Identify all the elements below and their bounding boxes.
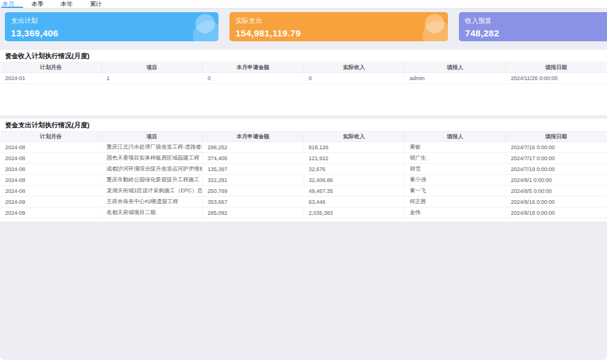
table-cell: 285,092 xyxy=(203,207,304,218)
table-cell: 2024/8/18 0:00:00 xyxy=(506,207,607,218)
table-row[interactable]: 2024-08龙湖天街城1区设计采购施工（EPC）总承包250,78949,46… xyxy=(1,186,607,197)
table-cell: 胡广生 xyxy=(405,153,506,164)
table-row[interactable]: 2024-01100admin2024/11/26 0:00:00 xyxy=(1,73,607,84)
table-cell: 135,397 xyxy=(203,164,304,175)
column-header: 填报人 xyxy=(405,132,506,142)
table-cell: 2024-08 xyxy=(1,153,102,164)
table-cell: 32,676 xyxy=(304,164,405,175)
table-cell: 2024-08 xyxy=(1,142,102,153)
income-section-title: 资金收入计划执行情况(月度) xyxy=(0,50,607,62)
kpi-card-income-budget: 收入预算 748,282 xyxy=(459,12,607,41)
expense-table-body: 2024-08重庆江北污水处理厂级改造工程-道路修复工程298,252818,1… xyxy=(1,142,607,218)
column-header: 实际收入 xyxy=(304,132,405,142)
kpi-card-value: 154,981,119.79 xyxy=(236,28,442,38)
table-cell: 2024-08 xyxy=(1,175,102,186)
table-cell: 353,667 xyxy=(203,197,304,207)
kpi-card-title: 收入预算 xyxy=(465,16,607,25)
table-cell: 国色天香项目实体样板房区域园建工程 xyxy=(101,153,203,164)
table-cell: 298,252 xyxy=(203,142,304,153)
table-cell: 王府井商务中心#2楼遗留工程 xyxy=(101,197,203,207)
table-cell: 2024/7/19 0:00:00 xyxy=(506,164,607,175)
income-plan-table: 计划月份项目本月申请金额实际收入填报人填报日期 2024-01100admin2… xyxy=(0,62,607,84)
table-cell: 2024/11/26 0:00:00 xyxy=(506,73,607,84)
table-cell: 2024-09 xyxy=(1,207,102,218)
table-cell: 63,446 xyxy=(304,197,405,207)
table-cell: 0 xyxy=(304,73,405,84)
table-cell: 重庆江北污水处理厂级改造工程-道路修复工程 xyxy=(101,142,203,153)
table-cell: 2024/7/17 0:00:00 xyxy=(506,153,607,164)
table-row[interactable]: 2024-09王府井商务中心#2楼遗留工程353,66763,446何正茜202… xyxy=(1,197,607,207)
period-tab-bar: 本月 本季 本年 累计 xyxy=(0,0,607,8)
kpi-card-title: 支出计划 xyxy=(11,16,212,25)
table-row[interactable]: 2024-09名都天府城项目二期285,0922,035,383金伟2024/8… xyxy=(1,207,607,218)
table-cell: 2024/8/16 0:00:00 xyxy=(506,197,607,207)
table-cell: 胡雪 xyxy=(405,164,506,175)
table-cell: 1 xyxy=(101,73,203,84)
table-cell: 2024/8/1 0:00:00 xyxy=(506,175,607,186)
table-cell: 322,281 xyxy=(203,175,304,186)
kpi-card-title: 实际支出 xyxy=(236,16,442,25)
tab-current-year[interactable]: 本年 xyxy=(52,0,81,8)
column-header: 项目 xyxy=(101,62,203,73)
table-cell: 49,467.35 xyxy=(304,186,405,197)
column-header: 本月申请金额 xyxy=(203,62,304,73)
kpi-card-actual-expense: 实际支出 154,981,119.79 xyxy=(229,12,448,41)
table-cell: 2024-08 xyxy=(1,164,102,175)
income-table-body: 2024-01100admin2024/11/26 0:00:00 xyxy=(1,73,607,84)
column-header: 填报日期 xyxy=(506,62,607,73)
kpi-cards-row: 支出计划 13,369,406 实际支出 154,981,119.79 收入预算… xyxy=(0,8,607,41)
table-cell: 重庆市鹅岭公园绿化景观提升工程施工 xyxy=(101,175,203,186)
expense-table-head: 计划月份项目本月申请金额实际收入填报人填报日期 xyxy=(1,132,607,142)
column-header: 实际收入 xyxy=(304,62,405,73)
table-cell: 何正茜 xyxy=(405,197,506,207)
tab-cumulative[interactable]: 累计 xyxy=(81,0,110,8)
column-header: 计划月份 xyxy=(1,62,102,73)
income-table-head: 计划月份项目本月申请金额实际收入填报人填报日期 xyxy=(1,62,607,73)
income-plan-section: 资金收入计划执行情况(月度) 计划月份项目本月申请金额实际收入填报人填报日期 2… xyxy=(0,50,607,115)
table-row[interactable]: 2024-08重庆江北污水处理厂级改造工程-道路修复工程298,252818,1… xyxy=(1,142,607,153)
main-panel: 支出计划 13,369,406 实际支出 154,981,119.79 收入预算… xyxy=(0,8,607,360)
kpi-card-value: 748,282 xyxy=(465,28,607,38)
table-cell: 黄敏 xyxy=(405,142,506,153)
table-cell: 金伟 xyxy=(405,207,506,218)
tab-current-quarter[interactable]: 本季 xyxy=(23,0,52,8)
expense-plan-section: 资金支出计划执行情况(月度) 计划月份项目本月申请金额实际收入填报人填报日期 2… xyxy=(0,119,607,221)
kpi-card-expense-plan: 支出计划 13,369,406 xyxy=(5,12,219,41)
table-cell: 32,406.86 xyxy=(304,175,405,186)
table-cell: 374,405 xyxy=(203,153,304,164)
table-cell: 2024/7/16 0:00:00 xyxy=(506,142,607,153)
table-cell: 0 xyxy=(203,73,304,84)
column-header: 填报人 xyxy=(405,62,506,73)
table-row[interactable]: 2024-08国色天香项目实体样板房区域园建工程374,405121,922胡广… xyxy=(1,153,607,164)
column-header: 项目 xyxy=(101,132,203,142)
column-header: 填报日期 xyxy=(506,132,607,142)
expense-section-title: 资金支出计划执行情况(月度) xyxy=(0,119,607,131)
table-cell: 龙湖天街城1区设计采购施工（EPC）总承包 xyxy=(101,186,203,197)
expense-plan-table: 计划月份项目本月申请金额实际收入填报人填报日期 2024-08重庆江北污水处理厂… xyxy=(0,131,607,218)
table-cell: 名都天府城项目二期 xyxy=(101,207,203,218)
table-cell: 250,789 xyxy=(203,186,304,197)
table-cell: 2,035,383 xyxy=(304,207,405,218)
table-row[interactable]: 2024-08重庆市鹅岭公园绿化景观提升工程施工322,28132,406.86… xyxy=(1,175,607,186)
column-header: 计划月份 xyxy=(1,132,102,142)
tab-current-month[interactable]: 本月 xyxy=(1,0,23,8)
table-cell: 818,126 xyxy=(304,142,405,153)
table-cell: 121,922 xyxy=(304,153,405,164)
table-cell: 2024-01 xyxy=(1,73,102,84)
column-header: 本月申请金额 xyxy=(203,132,304,142)
table-cell: 2024-09 xyxy=(1,197,102,207)
table-cell: 黄小强 xyxy=(405,175,506,186)
table-cell: 成都沙河环境综合提升改造运河护岸维修改造 xyxy=(101,164,203,175)
table-cell: 2024/8/5 0:00:00 xyxy=(506,186,607,197)
table-cell: admin xyxy=(405,73,506,84)
table-row[interactable]: 2024-08成都沙河环境综合提升改造运河护岸维修改造135,39732,676… xyxy=(1,164,607,175)
kpi-card-value: 13,369,406 xyxy=(11,28,212,38)
table-cell: 2024-08 xyxy=(1,186,102,197)
table-cell: 黄一飞 xyxy=(405,186,506,197)
